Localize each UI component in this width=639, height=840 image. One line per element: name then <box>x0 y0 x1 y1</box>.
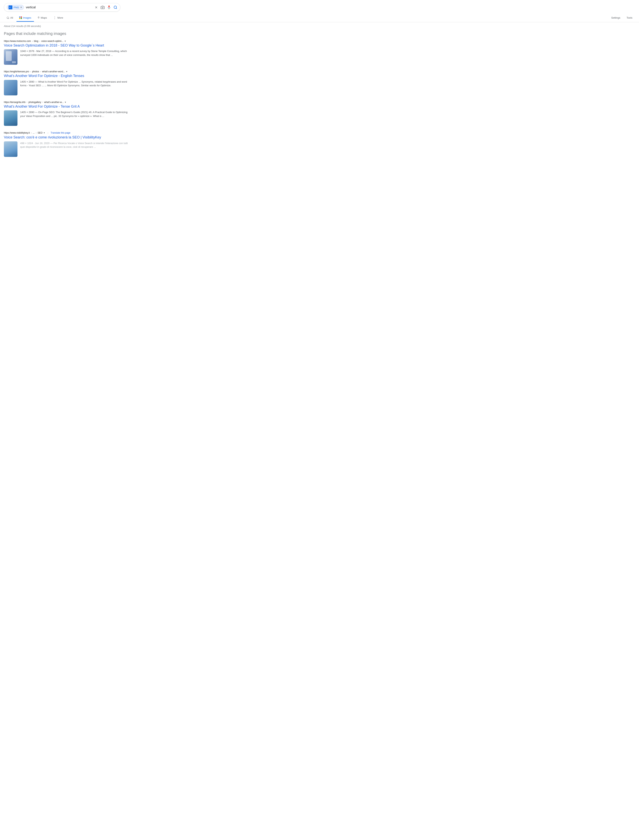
map-pin-icon <box>37 16 40 19</box>
result-thumbnail[interactable] <box>4 110 17 126</box>
table-row: https://tensegrita.info › photogallery ›… <box>4 101 128 126</box>
result-url: https://englishtenses.pro <box>4 70 29 73</box>
header: P PNG ✕ vertical <box>0 0 639 22</box>
thumbnail-image <box>4 110 17 126</box>
chevron-right-icon: › <box>30 71 31 73</box>
tab-all-label: All <box>10 16 13 19</box>
svg-line-11 <box>8 18 9 19</box>
snippet-separator: — <box>35 111 38 114</box>
result-url-dropdown-icon[interactable]: ▾ <box>66 70 67 73</box>
thumbnail-image <box>4 80 17 95</box>
result-body: 498 × 1024 · Jun 16, 2020 — Per Ricerca … <box>4 141 128 157</box>
snippet-dims: 1040 × 2076 · Mar 27, 2018 <box>20 50 51 52</box>
result-breadcrumb-1: photos <box>32 70 39 73</box>
svg-point-8 <box>114 6 117 8</box>
chevron-right-icon: › <box>32 40 33 42</box>
snippet-dims: 1405 × 2890 <box>20 80 34 83</box>
search-bar-row: P PNG ✕ vertical <box>4 3 635 12</box>
result-body: 1405 × 2890 — On-Page SEO: The Beginner'… <box>4 110 128 126</box>
tab-images[interactable]: Images <box>16 14 34 22</box>
tab-images-label: Images <box>23 16 31 19</box>
chevron-right-icon-2: › <box>36 132 37 134</box>
thumbnail-image <box>4 49 17 65</box>
mic-icon[interactable] <box>107 5 111 10</box>
chevron-right-icon-2: › <box>42 101 43 103</box>
page-header: Pages that include matching images <box>4 32 128 36</box>
table-row: https://englishtenses.pro › photos › wha… <box>4 70 128 95</box>
table-row: https://www.visibilitykey.it › ... › SEO… <box>4 131 128 157</box>
more-dots-icon: ⋮ <box>53 16 56 20</box>
result-title[interactable]: Voice Search: cos'è e come rivoluzionerà… <box>4 135 128 139</box>
svg-line-9 <box>116 8 117 9</box>
translate-separator: · <box>48 131 48 135</box>
result-url-row: https://www.motocms.com › blog › voice-s… <box>4 40 128 43</box>
result-url-dropdown-icon[interactable]: ▾ <box>65 40 66 43</box>
result-title[interactable]: What's Another Word For Optimize - Engli… <box>4 74 128 78</box>
chevron-right-icon: › <box>27 101 27 103</box>
result-body: 1040 × 2076 · Mar 27, 2018 — According t… <box>4 49 128 65</box>
result-url: https://tensegrita.info <box>4 101 25 103</box>
result-url-dropdown-icon[interactable]: ▾ <box>65 101 66 103</box>
tab-all[interactable]: All <box>4 14 16 22</box>
snippet-separator: — <box>50 142 54 145</box>
result-url: https://www.visibilitykey.it <box>4 132 30 134</box>
chevron-right-icon: › <box>31 132 32 134</box>
result-breadcrumb-2: what's-another-w... <box>44 101 64 103</box>
result-breadcrumb-2: SEO <box>38 132 43 134</box>
result-snippet: 1405 × 2890 — What Is Another Word For O… <box>20 80 128 87</box>
result-breadcrumb-2: voice-search-optimi... <box>41 40 64 43</box>
result-thumbnail[interactable] <box>4 49 17 65</box>
svg-rect-5 <box>108 5 110 8</box>
result-body: 1405 × 2890 — What Is Another Word For O… <box>4 80 128 95</box>
tab-tools-label: Tools <box>626 16 633 19</box>
png-icon: P <box>8 5 13 9</box>
result-breadcrumb-1: photogallery <box>29 101 41 103</box>
result-snippet: 498 × 1024 · Jun 16, 2020 — Per Ricerca … <box>20 141 128 149</box>
result-breadcrumb-1: ... <box>33 132 35 134</box>
tab-settings-label: Settings <box>611 16 620 19</box>
search-input[interactable]: vertical <box>26 6 92 9</box>
snippet-dims: 498 × 1024 · Jun 16, 2020 <box>20 142 49 145</box>
search-box: P PNG ✕ vertical <box>4 3 120 12</box>
svg-point-10 <box>7 17 9 18</box>
result-url-row: https://www.visibilitykey.it › ... › SEO… <box>4 131 128 135</box>
png-label: PNG <box>14 6 19 9</box>
nav-right-tabs: Settings Tools <box>609 14 635 22</box>
thumbnail-image <box>4 141 17 157</box>
tab-tools[interactable]: Tools <box>624 14 635 22</box>
png-badge[interactable]: P PNG ✕ <box>7 5 24 10</box>
result-url-dropdown-icon[interactable]: ▾ <box>44 132 45 134</box>
search-submit-icon[interactable] <box>113 5 118 9</box>
result-breadcrumb-1: blog <box>34 40 38 43</box>
results-container: About 214 results (0.99 seconds) Pages t… <box>0 22 132 168</box>
svg-point-12 <box>38 17 39 17</box>
png-close-icon[interactable]: ✕ <box>20 6 22 9</box>
search-icon-group <box>94 5 118 10</box>
snippet-separator: — <box>52 50 55 52</box>
svg-text:P: P <box>10 7 11 8</box>
tab-maps[interactable]: Maps <box>35 14 50 22</box>
result-thumbnail[interactable] <box>4 80 17 95</box>
result-breadcrumb-2: what's-another-word... <box>42 70 65 73</box>
clear-icon[interactable] <box>94 6 98 9</box>
camera-icon[interactable] <box>101 5 105 9</box>
result-title[interactable]: What's Another Word For Optimize - Tense… <box>4 104 128 109</box>
results-count: About 214 results (0.99 seconds) <box>4 25 128 27</box>
result-title[interactable]: Voice Search Optimization in 2018 - SEO … <box>4 43 128 48</box>
result-url-row: https://englishtenses.pro › photos › wha… <box>4 70 128 73</box>
result-url-row: https://tensegrita.info › photogallery ›… <box>4 101 128 103</box>
images-icon <box>19 16 22 19</box>
tab-settings[interactable]: Settings <box>609 14 623 22</box>
nav-tabs: All Images Maps ⋮ More Settings Tools <box>4 14 635 22</box>
result-snippet: 1405 × 2890 — On-Page SEO: The Beginner'… <box>20 110 128 118</box>
result-thumbnail[interactable] <box>4 141 17 157</box>
tab-maps-label: Maps <box>41 16 47 19</box>
result-snippet: 1040 × 2076 · Mar 27, 2018 — According t… <box>20 49 128 57</box>
result-url: https://www.motocms.com <box>4 40 31 43</box>
table-row: https://www.motocms.com › blog › voice-s… <box>4 40 128 65</box>
chevron-right-icon-2: › <box>40 71 41 73</box>
snippet-separator: — <box>35 80 38 83</box>
translate-link[interactable]: Translate this page <box>51 132 70 134</box>
search-icon <box>6 16 9 19</box>
tab-more[interactable]: ⋮ More <box>51 14 66 22</box>
